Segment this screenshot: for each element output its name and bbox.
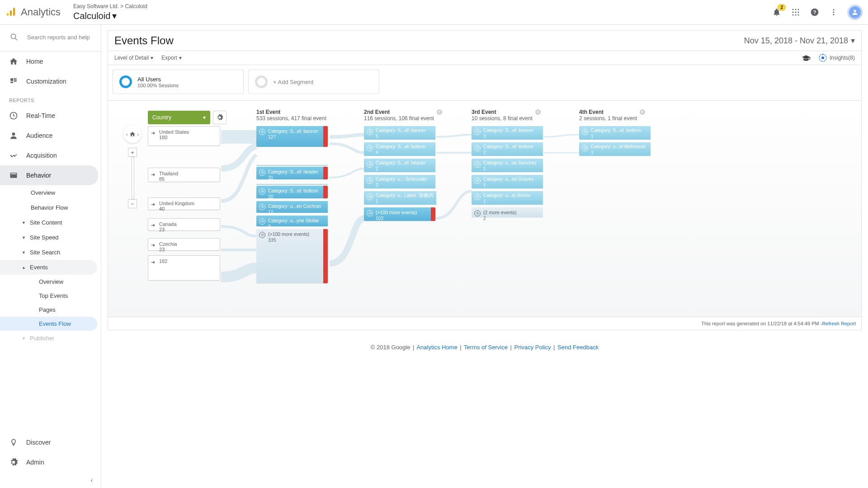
event-node[interactable]: ◎ Category: S...el: header 31 <box>256 167 328 179</box>
nav-discover[interactable]: Discover <box>0 432 98 452</box>
nav-label: Customization <box>26 78 66 85</box>
nav-behavior-overview[interactable]: Overview <box>0 185 97 200</box>
apps-button[interactable] <box>790 7 801 18</box>
source-node[interactable]: ➜ United Kingdom 40 <box>148 197 220 210</box>
feedback-link[interactable]: Send Feedback <box>557 344 599 351</box>
nav-label: Publisher <box>30 335 54 342</box>
event-node[interactable]: ◎ Category: u... Schroeder 2 <box>364 175 435 188</box>
event-node[interactable]: ◎ Category: u...os Sanchez 1 <box>472 159 543 172</box>
event-node[interactable]: ◎ Category: u...id Mehmood 1 <box>579 142 651 156</box>
nav-label: Discover <box>26 439 51 446</box>
event-node[interactable]: ◎ (>100 more events) 102 <box>364 207 435 221</box>
date-range-picker[interactable]: Nov 15, 2018 - Nov 21, 2018 ▾ <box>744 36 855 46</box>
column-dismiss-button[interactable]: ✕ <box>535 109 541 115</box>
nav-admin[interactable]: Admin <box>0 452 98 472</box>
nav-events[interactable]: ▲Events <box>0 260 97 275</box>
zoom-reset-button[interactable]: ‹ › <box>123 125 142 143</box>
source-node[interactable]: ➜ Canada 23 <box>148 218 220 231</box>
level-of-detail-dropdown[interactable]: Level of Detail▾ <box>114 55 153 61</box>
source-node[interactable]: ➜ 182 <box>148 255 220 281</box>
event-node[interactable]: ◎ Category: S...el: bottom 2 <box>472 142 543 156</box>
overflow-menu-button[interactable] <box>828 7 839 18</box>
nav-events-flow[interactable]: Events Flow <box>0 317 97 331</box>
event-label: Category: S...el: banner <box>376 127 433 133</box>
nav-events-pages[interactable]: Pages <box>0 303 97 317</box>
analytics-home-link[interactable]: Analytics Home <box>416 344 457 351</box>
account-avatar[interactable] <box>847 5 863 20</box>
segment-title: All Users <box>137 76 179 83</box>
event-label: Category: S...el: bottom <box>268 188 321 194</box>
nav-home[interactable]: Home <box>0 52 98 71</box>
event-node[interactable]: ◎ Category: S...el: header 2 <box>364 159 435 172</box>
svg-rect-27 <box>11 174 16 174</box>
nav-acquisition[interactable]: Acquisition <box>0 145 98 165</box>
nav-label: Acquisition <box>26 152 57 159</box>
nav-site-speed[interactable]: ▼Site Speed <box>0 230 97 245</box>
column-dismiss-button[interactable]: ✕ <box>437 109 442 115</box>
search-input[interactable]: Search reports and help <box>0 25 101 52</box>
nav-realtime[interactable]: Real-Time <box>0 106 98 126</box>
source-node[interactable]: ➜ United States 180 <box>148 126 220 146</box>
source-node[interactable]: ➜ Thailand 85 <box>148 168 220 182</box>
help-button[interactable]: ? <box>809 7 820 18</box>
report-toolbar: Level of Detail▾ Export▾ Insights(8) <box>108 51 861 65</box>
export-dropdown[interactable]: Export▾ <box>161 55 182 61</box>
gear-icon <box>9 458 18 467</box>
arrow-right-icon: ➜ <box>151 172 155 178</box>
event-count: 4 <box>376 150 433 155</box>
nav-audience[interactable]: Audience <box>0 126 98 145</box>
event-node[interactable]: ◎ Category: u...ej Ilinčev 1 <box>472 191 543 205</box>
event-label: Category: S...el: header <box>376 160 433 166</box>
sidebar-collapse-button[interactable]: ‹ <box>0 472 101 488</box>
notifications-button[interactable]: 2 <box>771 7 782 18</box>
account-selector[interactable]: Easy Software Ltd. > Calculoid Calculoid… <box>73 3 147 21</box>
event-node[interactable]: ◎ Category: u...en Cochran 12 <box>256 201 328 213</box>
event-icon: ◎ <box>367 129 373 135</box>
dimension-dropdown[interactable]: Country ▾ <box>148 111 210 124</box>
refresh-report-link[interactable]: Refresh Report <box>822 321 856 326</box>
event-node[interactable]: ◎ Category: S...el: banner 3 <box>472 126 543 140</box>
nav-events-top[interactable]: Top Events <box>0 289 97 303</box>
event-node[interactable]: ◎ Category: u...yne Stobie 8 <box>256 216 328 226</box>
event-count: 335 <box>268 237 321 243</box>
search-icon <box>10 33 18 41</box>
nav-site-search[interactable]: ▼Site Search <box>0 245 97 260</box>
event-node[interactable]: ◎ Category: u...Label: 张晓武 1 <box>364 191 435 205</box>
event-label: Category: u...ej Ilinčev <box>483 192 540 198</box>
nav-customization[interactable]: Customization <box>0 71 98 91</box>
event-node[interactable]: ◎ (>100 more events) 335 <box>256 229 328 283</box>
event-node[interactable]: ◎ Category: S...el: banner 5 <box>364 126 435 140</box>
column-dismiss-button[interactable]: ✕ <box>640 109 645 115</box>
event-icon: ◎ <box>259 188 265 195</box>
flow-bar <box>256 165 328 166</box>
event-node[interactable]: ◎ Category: S...el: bottom 1 <box>579 126 651 140</box>
chevron-up-icon: ▲ <box>22 265 25 270</box>
flow-chart[interactable]: ‹ › + − Country ▾ <box>108 100 861 317</box>
zoom-controls: ‹ › + − <box>123 125 142 208</box>
tos-link[interactable]: Terms of Service <box>464 344 508 351</box>
event-label: Category: u...en Cochran <box>268 203 325 209</box>
nav-site-content[interactable]: ▼Site Content <box>0 215 97 230</box>
segment-all-users[interactable]: All Users 100.00% Sessions <box>113 70 244 94</box>
source-node[interactable]: ➜ Czechia 23 <box>148 238 220 251</box>
event-node[interactable]: ◎ Category: u...tal Graves 1 <box>472 175 543 188</box>
privacy-link[interactable]: Privacy Policy <box>514 344 551 351</box>
zoom-in-button[interactable]: + <box>128 148 137 157</box>
event-label: Category: S...el: header <box>268 169 321 175</box>
zoom-out-button[interactable]: − <box>128 199 137 208</box>
nav-behavior[interactable]: Behavior <box>0 165 98 185</box>
event-node[interactable]: ◎ Category: S...el: banner 127 <box>256 126 328 147</box>
nav-behavior-flow[interactable]: Behavior Flow <box>0 200 97 215</box>
event-node[interactable]: ◎ (2 more events) 2 <box>472 207 543 217</box>
event-node[interactable]: ◎ Category: S...el: bottom 4 <box>364 142 435 156</box>
add-segment-button[interactable]: + Add Segment <box>248 70 379 94</box>
insights-button[interactable]: Insights(8) <box>819 54 855 62</box>
event-node[interactable]: ◎ Category: S...el: bottom 20 <box>256 186 328 198</box>
zoom-slider[interactable] <box>132 157 134 199</box>
nav-events-overview[interactable]: Overview <box>0 275 97 289</box>
nav-publisher[interactable]: ▼Publisher <box>0 331 97 346</box>
education-icon[interactable] <box>802 54 811 61</box>
flow-settings-button[interactable] <box>213 111 226 124</box>
svg-point-4 <box>795 9 797 10</box>
home-icon <box>129 131 136 137</box>
